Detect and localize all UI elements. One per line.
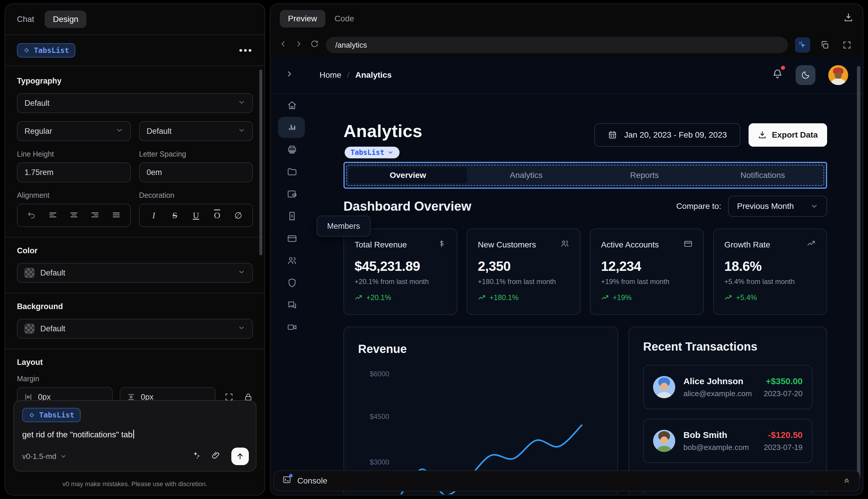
font-size-value: Default	[147, 127, 172, 136]
prompt-box[interactable]: TabsList get rid of the "notifications" …	[13, 400, 257, 472]
prompt-component-chip[interactable]: TabsList	[22, 408, 80, 422]
inspect-mode-button[interactable]	[795, 37, 810, 52]
sidebar-item-cards[interactable]	[271, 227, 313, 250]
font-size-select[interactable]: Default	[139, 121, 253, 141]
paperclip-icon	[211, 450, 221, 460]
overline-icon[interactable]: O	[210, 208, 224, 222]
background-select[interactable]: Default	[17, 319, 253, 339]
model-selector[interactable]: v0-1.5-md	[22, 452, 67, 461]
enhance-button[interactable]	[191, 450, 201, 462]
download-icon	[843, 13, 853, 23]
refresh-button[interactable]	[310, 39, 319, 50]
chevron-down-icon	[238, 126, 245, 136]
breadcrumb-home[interactable]: Home	[320, 70, 342, 80]
component-chip[interactable]: TabsList	[17, 43, 75, 58]
tab-chat[interactable]: Chat	[17, 15, 34, 24]
sidebar-item-messages[interactable]	[271, 294, 313, 316]
sparkles-icon	[191, 450, 201, 460]
sidebar-toggle[interactable]	[285, 70, 294, 81]
italic-icon[interactable]: I	[147, 208, 161, 222]
selected-component-badge[interactable]: TabsList	[345, 147, 399, 158]
reset-alignment-icon[interactable]	[25, 208, 39, 222]
sidebar-item-prints[interactable]	[271, 138, 313, 161]
video-icon	[287, 322, 297, 332]
sidebar-item-analytics[interactable]	[271, 116, 313, 138]
stat-title: Active Accounts	[601, 240, 659, 250]
margin-label: Margin	[17, 375, 253, 383]
color-select[interactable]: Default	[17, 263, 253, 283]
no-decoration-icon[interactable]: ∅	[231, 208, 245, 222]
tab-code[interactable]: Code	[335, 14, 354, 23]
breadcrumb-current[interactable]: Analytics	[355, 70, 392, 80]
date-range-picker[interactable]: Jan 20, 2023 - Feb 09, 2023	[594, 123, 740, 147]
font-family-select[interactable]: Default	[17, 93, 253, 113]
sidebar-item-files[interactable]	[271, 161, 313, 183]
chevron-left-icon	[278, 39, 287, 48]
receipt-icon: $	[287, 211, 297, 221]
background-section-label: Background	[17, 302, 253, 311]
send-button[interactable]	[231, 448, 249, 465]
sidebar-item-wallet[interactable]	[271, 183, 313, 205]
model-name: v0-1.5-md	[22, 452, 57, 461]
download-button[interactable]	[843, 13, 853, 25]
notifications-button[interactable]	[772, 69, 783, 82]
underline-icon[interactable]: U	[189, 208, 203, 222]
letter-spacing-label: Letter Spacing	[139, 150, 253, 158]
trending-up-icon	[807, 239, 816, 248]
align-justify-icon[interactable]	[109, 208, 123, 222]
dashboard-content: Analytics TabsList Jan 20, 2023 - Feb 09…	[344, 94, 827, 494]
tab-overview[interactable]: Overview	[349, 167, 467, 183]
back-button[interactable]	[278, 39, 287, 50]
expand-console-button[interactable]	[842, 475, 851, 486]
sidebar-item-home[interactable]	[271, 94, 313, 116]
sidebar-item-members[interactable]	[271, 250, 313, 272]
transaction-email: bob@example.com	[683, 443, 749, 452]
console-bar[interactable]: Console	[273, 470, 860, 491]
sidebar-item-video[interactable]	[271, 316, 313, 338]
theme-toggle[interactable]	[796, 65, 816, 85]
copy-icon	[820, 40, 829, 50]
panel-scrollbar[interactable]	[259, 70, 262, 255]
component-chip-label: TabsList	[34, 46, 69, 54]
align-center-icon[interactable]	[67, 208, 81, 222]
chevron-down-icon	[238, 324, 245, 334]
copy-button[interactable]	[817, 37, 832, 52]
chevron-down-icon	[810, 202, 818, 210]
trending-up-icon	[724, 294, 732, 302]
app-topbar: Home / Analytics	[271, 57, 862, 94]
tab-reports[interactable]: Reports	[585, 167, 704, 183]
strikethrough-icon[interactable]: S	[168, 208, 182, 222]
sidebar-item-security[interactable]	[271, 272, 313, 294]
forward-button[interactable]	[294, 39, 303, 50]
preview-scrollbar[interactable]	[857, 66, 860, 478]
prompt-input[interactable]: get rid of the "notifications" tab	[22, 430, 248, 439]
letter-spacing-input[interactable]: 0em	[139, 162, 253, 182]
fullscreen-button[interactable]	[839, 37, 855, 52]
browser-toolbar: /analytics	[271, 33, 863, 57]
bar-chart-icon	[287, 122, 297, 133]
font-weight-select[interactable]: Regular	[17, 121, 131, 141]
tab-analytics[interactable]: Analytics	[467, 167, 585, 183]
svg-text:$: $	[291, 214, 293, 218]
align-right-icon[interactable]	[88, 208, 102, 222]
tab-preview[interactable]: Preview	[280, 10, 325, 27]
stat-title: Total Revenue	[355, 240, 407, 250]
tab-notifications[interactable]: Notifications	[704, 167, 822, 183]
transaction-row[interactable]: Bob Smith bob@example.com -$120.50 2023-…	[643, 419, 813, 463]
compare-label: Compare to:	[676, 202, 721, 211]
transaction-row[interactable]: Alice Johnson alice@example.com +$350.00…	[643, 365, 813, 409]
attach-button[interactable]	[211, 450, 221, 462]
compare-select[interactable]: Previous Month	[728, 196, 827, 217]
more-options-icon[interactable]: •••	[239, 45, 253, 56]
url-bar[interactable]: /analytics	[326, 37, 788, 53]
notification-dot	[781, 66, 785, 70]
tab-design[interactable]: Design	[45, 11, 86, 28]
line-height-input[interactable]: 1.75rem	[17, 162, 131, 182]
align-left-icon[interactable]	[46, 208, 60, 222]
export-data-button[interactable]: Export Data	[748, 123, 827, 147]
line-height-label: Line Height	[17, 150, 131, 158]
sidebar-item-invoices[interactable]: $	[271, 205, 313, 227]
user-avatar[interactable]	[828, 65, 848, 85]
color-section-label: Color	[17, 246, 253, 255]
compare-value: Previous Month	[737, 202, 794, 211]
